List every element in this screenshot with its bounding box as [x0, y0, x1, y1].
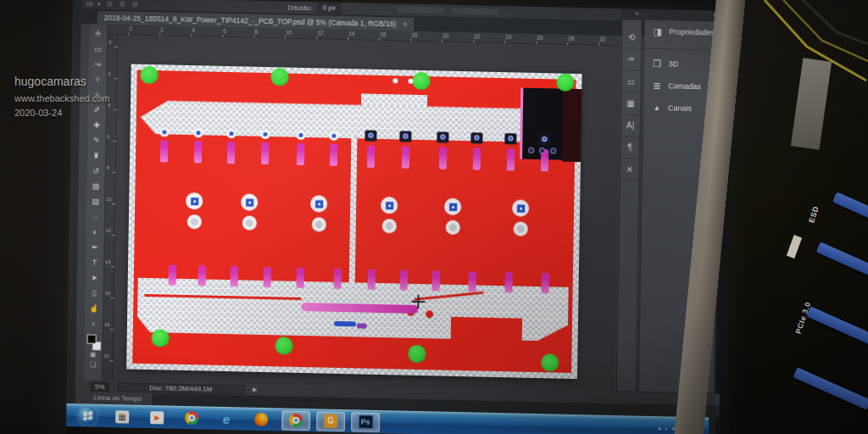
dodge-tool[interactable]: ◐ — [86, 224, 103, 239]
selection-add-icon[interactable] — [118, 0, 125, 8]
zoom-level-input[interactable]: 5% — [91, 381, 109, 391]
gradient-tool[interactable]: ▤ — [87, 193, 104, 209]
history-brush-tool[interactable]: ↺ — [87, 163, 104, 178]
screen-mode-icon[interactable]: ❏ — [90, 361, 96, 371]
media-player-icon-glyph: ▶ — [150, 411, 164, 424]
pcb-ring-pad — [193, 128, 203, 137]
panel-3d-icon: ❒ — [652, 58, 663, 69]
pcb-smd-component — [437, 131, 448, 142]
pcb-component-block-2 — [562, 89, 581, 162]
clone-stamp-tool[interactable]: ♜ — [87, 147, 104, 163]
brush-tool[interactable]: ✎ — [88, 132, 105, 147]
ruler-tick: 28 — [568, 36, 574, 42]
pcb-smd-component — [504, 133, 516, 144]
chrome-icon[interactable] — [177, 408, 206, 428]
pcb-pink-pad — [227, 142, 235, 164]
move-tool[interactable]: ✛ — [90, 25, 107, 41]
pcb-pink-pad — [473, 147, 481, 170]
crosshair-cursor — [411, 295, 425, 309]
watermark-author: hugocamaras — [14, 73, 110, 92]
blur-tool[interactable]: ◌ — [86, 209, 103, 224]
chevron-down-icon[interactable]: ▾ — [97, 0, 100, 6]
foreground-color-swatch[interactable] — [86, 334, 96, 343]
photo-scene: hugocamaras www.thebackshed.com 2020-03-… — [0, 0, 868, 434]
bank-app-icon[interactable]: ▦ — [108, 407, 136, 427]
pcb-purple-trace — [357, 323, 367, 328]
pcb-pink-pad — [297, 143, 304, 165]
properties-icon: ◨ — [652, 25, 663, 36]
ruler-tick: 2 — [160, 26, 164, 32]
ruler-tick: 30 — [599, 36, 605, 42]
panel-label: 3D — [669, 59, 679, 68]
ruler-tick: 8 — [107, 165, 109, 170]
photoshop-icon[interactable]: Ps — [351, 412, 380, 432]
status-arrow-icon[interactable]: ▶ — [253, 387, 258, 393]
canvas-pasteboard[interactable] — [113, 35, 620, 392]
watermark-date: 2020-03-24 — [14, 106, 110, 120]
paragraph-panel-icon[interactable]: ¶ — [620, 136, 639, 159]
pcb-via — [539, 147, 545, 153]
hand-tool[interactable]: ☝ — [86, 300, 103, 315]
pcb-ring-pad — [260, 130, 270, 139]
firefox-icon[interactable] — [247, 409, 275, 430]
pcb-pink-pad — [231, 266, 238, 287]
color-swatches[interactable] — [86, 333, 101, 350]
selection-mode-icon[interactable] — [105, 0, 113, 8]
history-panel-icon[interactable]: ⟲ — [622, 26, 641, 48]
marquee-tool[interactable]: ▭ — [89, 41, 106, 56]
ruler-tick: 6 — [107, 134, 109, 139]
quick-mask-icon[interactable]: ▣ — [90, 351, 97, 361]
media-player-icon[interactable]: ▶ — [142, 407, 171, 427]
options-dim-control-2[interactable] — [451, 7, 500, 16]
photoshop-icon-glyph: Ps — [359, 415, 373, 428]
feather-input[interactable]: 0 px — [318, 3, 341, 14]
pcb-image[interactable] — [126, 64, 582, 380]
tool-presets-panel-icon[interactable]: ✕ — [620, 159, 639, 181]
chrome-icon[interactable] — [281, 410, 310, 431]
options-dim-control[interactable] — [397, 5, 446, 14]
rectangle-tool[interactable]: ▯ — [86, 285, 103, 300]
g-app-icon[interactable]: G — [316, 411, 345, 431]
edge-icon[interactable]: e — [212, 409, 241, 429]
type-tool[interactable]: T — [86, 254, 103, 270]
bank-app-icon-glyph: ▦ — [115, 410, 129, 423]
divider — [644, 42, 719, 51]
selection-subtract-icon[interactable] — [131, 0, 138, 8]
pcb-pink-pad — [194, 141, 202, 163]
ruler-tick: 4 — [192, 27, 195, 33]
lasso-tool[interactable]: ↝ — [89, 56, 106, 71]
tray-icon[interactable]: ▴ — [658, 425, 661, 431]
eraser-tool[interactable]: ▨ — [87, 178, 104, 193]
ruler-tick: 16 — [380, 31, 386, 37]
ruler-tick: 20 — [442, 33, 448, 39]
path-selection-tool[interactable]: ➤ — [86, 270, 103, 285]
pcb-smd-component — [470, 132, 482, 143]
panel-3d[interactable]: ❒3D — [644, 53, 719, 76]
connector — [787, 235, 802, 259]
pcb-white-dot — [408, 79, 413, 84]
ruler-tick: 0 — [108, 40, 111, 45]
panel-propriedades[interactable]: ◨ Propriedades — [644, 20, 719, 44]
collapse-arrow[interactable]: « — [622, 8, 643, 19]
tray-icon[interactable]: ▪ — [665, 426, 668, 431]
pcie-slot — [806, 306, 868, 345]
start-button[interactable] — [73, 406, 102, 426]
pcb-pink-pad — [334, 269, 342, 289]
pcb-white-dot — [392, 78, 398, 83]
chrome-logo-icon — [289, 414, 303, 427]
ruler-tick: 8 — [254, 29, 258, 35]
pcb-ring-pad — [329, 131, 338, 141]
ruler-tick: 22 — [474, 33, 480, 39]
feather-label: Difusão: — [287, 3, 312, 12]
chrome-logo-icon — [185, 411, 198, 425]
pcb-via — [550, 147, 556, 153]
pen-tool[interactable]: ✒ — [86, 239, 103, 254]
close-icon[interactable]: × — [403, 20, 407, 29]
zoom-tool[interactable]: ⌕ — [85, 315, 102, 331]
pcb-round-pad — [242, 215, 257, 230]
clone-source-panel-icon[interactable]: ⚏ — [621, 70, 640, 92]
windows-flag-icon — [78, 406, 97, 425]
character-panel-icon[interactable]: A| — [620, 114, 639, 136]
brush-settings-panel-icon[interactable]: ✑ — [622, 48, 641, 70]
swatches-panel-icon[interactable]: ▦ — [621, 92, 640, 114]
